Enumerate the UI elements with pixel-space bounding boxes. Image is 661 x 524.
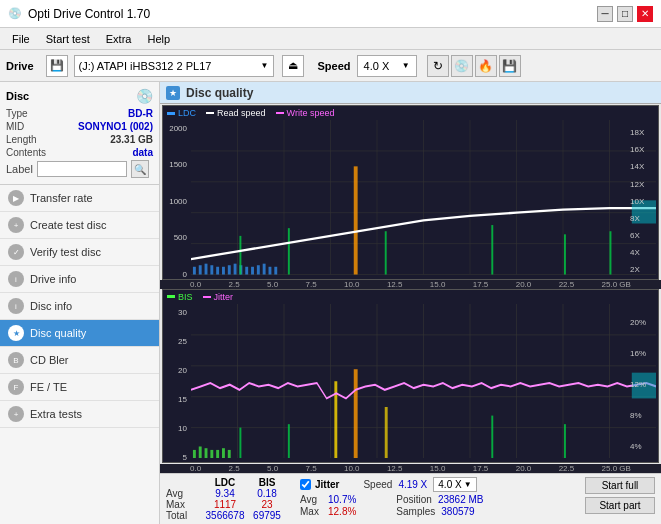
sidebar-item-create-test-disc[interactable]: + Create test disc (0, 212, 159, 239)
samples-val: 380579 (441, 506, 474, 517)
sidebar-item-extra-tests[interactable]: + Extra tests (0, 401, 159, 428)
refresh-icon[interactable]: ↻ (427, 55, 449, 77)
sidebar-item-cd-bler[interactable]: B CD Bler (0, 347, 159, 374)
chart1-x-axis: 0.02.55.07.510.012.515.017.520.022.525.0… (160, 280, 661, 289)
menu-file[interactable]: File (4, 31, 38, 47)
disc-mid-val: SONYNO1 (002) (78, 121, 153, 132)
app-icon: 💿 (8, 7, 22, 20)
jitter-max-label: Max (300, 506, 326, 517)
save-icon[interactable]: 💾 (499, 55, 521, 77)
sidebar-item-drive-info[interactable]: i Drive info (0, 266, 159, 293)
legend-read-speed-label: Read speed (217, 108, 266, 118)
svg-rect-35 (610, 231, 612, 274)
svg-rect-17 (210, 265, 213, 274)
disc-type-val: BD-R (128, 108, 153, 119)
write-speed-color-dot (276, 112, 284, 114)
max-bis: 23 (246, 499, 288, 510)
sidebar-item-verify-test-disc[interactable]: ✓ Verify test disc (0, 239, 159, 266)
legend-ldc: LDC (167, 108, 196, 118)
svg-rect-53 (205, 448, 208, 458)
svg-rect-28 (274, 267, 277, 275)
legend-bis: BIS (167, 292, 193, 302)
speed-dropdown-arrow: ▼ (402, 61, 410, 70)
chart2-x-axis: 0.02.55.07.510.012.515.017.520.022.525.0… (160, 464, 661, 473)
sidebar-item-disc-info[interactable]: i Disc info (0, 293, 159, 320)
svg-rect-62 (288, 424, 290, 458)
disc-mid-key: MID (6, 121, 24, 132)
maximize-button[interactable]: □ (617, 6, 633, 22)
drive-bar: Drive 💾 (J:) ATAPI iHBS312 2 PL17 ▼ ⏏ Sp… (0, 50, 661, 82)
disc-label-btn[interactable]: 🔍 (131, 160, 149, 178)
eject-button[interactable]: ⏏ (282, 55, 304, 77)
sidebar-disc-info-label: Disc info (30, 300, 72, 312)
bis-header: BIS (246, 477, 288, 488)
app-title: Opti Drive Control 1.70 (28, 7, 150, 21)
jitter-speed-stats: Jitter Speed 4.19 X 4.0 X ▼ Avg 10.7% (300, 477, 484, 517)
jitter-checkbox[interactable] (300, 479, 311, 490)
disc-section-label: Disc (6, 90, 29, 102)
sidebar-item-disc-quality[interactable]: ★ Disc quality (0, 320, 159, 347)
drive-dropdown-arrow: ▼ (261, 61, 269, 70)
disc-label-input[interactable] (37, 161, 127, 177)
disc-label-key: Label (6, 163, 33, 175)
chart1-y-axis-left: 2000 1500 1000 500 0 (163, 124, 189, 279)
sidebar-verify-test-disc-label: Verify test disc (30, 246, 101, 258)
sidebar-drive-info-label: Drive info (30, 273, 76, 285)
avg-label: Avg (166, 488, 204, 499)
disc-type-row: Type BD-R (6, 108, 153, 119)
title-bar-left: 💿 Opti Drive Control 1.70 (8, 7, 150, 21)
extra-tests-icon: + (8, 406, 24, 422)
svg-rect-59 (385, 407, 388, 459)
legend-jitter-label: Jitter (214, 292, 234, 302)
sidebar-create-test-disc-label: Create test disc (30, 219, 106, 231)
disc-contents-row: Contents data (6, 147, 153, 158)
chart1-y-axis-right: 18X 16X 14X 12X 10X 8X 6X 4X 2X (630, 124, 658, 279)
jitter-color-dot (203, 296, 211, 298)
jitter-max-val: 12.8% (328, 506, 356, 517)
legend-ldc-label: LDC (178, 108, 196, 118)
disc-label-row: Label 🔍 (6, 160, 153, 178)
total-ldc: 3566678 (204, 510, 246, 521)
svg-rect-30 (239, 236, 241, 275)
svg-rect-57 (228, 449, 231, 458)
disc-icon[interactable]: 💿 (451, 55, 473, 77)
disc-mid-row: MID SONYNO1 (002) (6, 121, 153, 132)
start-full-button[interactable]: Start full (585, 477, 655, 494)
svg-rect-25 (257, 265, 260, 274)
menu-help[interactable]: Help (139, 31, 178, 47)
svg-rect-26 (263, 264, 266, 275)
content-area: ★ Disc quality LDC Read speed (160, 82, 661, 524)
svg-rect-56 (222, 448, 225, 458)
title-bar-controls: ─ □ ✕ (597, 6, 653, 22)
transfer-rate-icon: ▶ (8, 190, 24, 206)
legend-jitter: Jitter (203, 292, 234, 302)
menu-start-test[interactable]: Start test (38, 31, 98, 47)
menu-extra[interactable]: Extra (98, 31, 140, 47)
drive-info-icon: i (8, 271, 24, 287)
disc-contents-key: Contents (6, 147, 46, 158)
legend-bis-label: BIS (178, 292, 193, 302)
disc-contents-val: data (132, 147, 153, 158)
burn-icon[interactable]: 🔥 (475, 55, 497, 77)
speed-dropdown[interactable]: 4.0 X ▼ (357, 55, 417, 77)
ldc-bis-stats: LDC BIS Avg 9.34 0.18 Max 1117 23 Total … (166, 477, 288, 521)
speed-dropdown-stats[interactable]: 4.0 X ▼ (433, 477, 476, 492)
sidebar-item-transfer-rate[interactable]: ▶ Transfer rate (0, 185, 159, 212)
drive-dropdown[interactable]: (J:) ATAPI iHBS312 2 PL17 ▼ (74, 55, 274, 77)
svg-rect-51 (193, 449, 196, 458)
ldc-color-dot (167, 112, 175, 115)
svg-rect-14 (193, 267, 196, 275)
start-part-button[interactable]: Start part (585, 497, 655, 514)
speed-val: 4.19 X (398, 479, 427, 490)
minimize-button[interactable]: ─ (597, 6, 613, 22)
sidebar-item-fe-te[interactable]: F FE / TE (0, 374, 159, 401)
svg-rect-23 (245, 267, 248, 275)
menu-bar: File Start test Extra Help (0, 28, 661, 50)
stats-row: LDC BIS Avg 9.34 0.18 Max 1117 23 Total … (160, 473, 661, 524)
svg-rect-20 (228, 265, 231, 274)
close-button[interactable]: ✕ (637, 6, 653, 22)
speed-label-stats: Speed (363, 479, 392, 490)
bis-color-dot (167, 295, 175, 298)
svg-rect-54 (210, 449, 213, 458)
chart1-svg (191, 120, 656, 275)
